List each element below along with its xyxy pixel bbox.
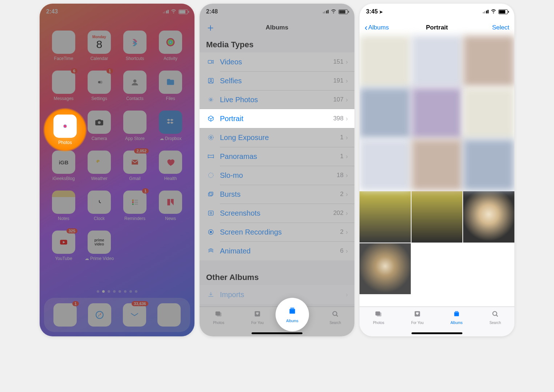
home-indicator[interactable] [252, 332, 302, 334]
dock-music[interactable] [157, 303, 181, 327]
row-bursts[interactable]: Bursts2› [200, 185, 354, 204]
app-contacts[interactable]: Contacts [118, 71, 152, 101]
svg-point-29 [210, 79, 212, 81]
battery-icon [338, 9, 348, 14]
app-dropbox[interactable]: ☁Dropbox [154, 111, 187, 141]
app-gmail[interactable]: 2,052Gmail [118, 151, 152, 181]
photo-thumbnail[interactable] [412, 139, 463, 191]
portrait-icon [206, 115, 216, 122]
select-button[interactable]: Select [492, 24, 509, 31]
app-clock[interactable]: Clock [83, 191, 116, 221]
app-weather[interactable]: Weather [83, 151, 116, 181]
shortcuts-icon [123, 31, 146, 54]
dock: 1 33,636 [44, 298, 190, 332]
status-icons [483, 8, 508, 15]
svg-point-9 [132, 199, 133, 201]
app-igeeksblog[interactable]: iGBiGeeksBlog [47, 151, 80, 181]
row-animated[interactable]: Animated6› [200, 241, 354, 260]
app-camera[interactable]: Camera [83, 111, 116, 141]
foryou-tab-icon [253, 310, 261, 320]
photo-thumbnail[interactable] [463, 191, 514, 243]
svg-point-4 [133, 79, 137, 83]
messages-icon: 6 [52, 71, 75, 94]
app-facetime[interactable]: FaceTime [47, 31, 80, 61]
dock-phone[interactable]: 1 [53, 303, 77, 327]
photo-thumbnail[interactable] [463, 36, 514, 87]
burst-icon [206, 191, 216, 198]
photo-thumbnail[interactable] [463, 88, 514, 139]
photos-tab-icon [214, 310, 222, 320]
photo-thumbnail[interactable] [360, 139, 411, 191]
svg-point-38 [210, 212, 212, 214]
gmail-icon: 2,052 [123, 151, 146, 174]
row-livephotos[interactable]: Live Photos107› [200, 90, 354, 109]
app-messages[interactable]: 6Messages [47, 71, 80, 101]
youtube-icon: 325 [52, 231, 75, 254]
svg-rect-14 [135, 204, 138, 204]
spotlight-highlight: Photos [43, 108, 87, 152]
svg-rect-12 [135, 200, 138, 201]
row-videos[interactable]: Videos151› [200, 52, 354, 71]
photo-thumbnail[interactable] [412, 36, 463, 87]
app-reminders[interactable]: 1Reminders [118, 191, 152, 221]
status-icons [163, 8, 188, 15]
home-indicator[interactable] [412, 332, 462, 334]
add-button[interactable]: ＋ [205, 21, 216, 35]
photos-icon[interactable] [53, 115, 77, 138]
dock-safari[interactable] [88, 303, 111, 327]
row-longexposure[interactable]: Long Exposure1› [200, 128, 354, 147]
hint-albums-tab[interactable]: Albums [276, 298, 309, 331]
tab-search[interactable]: Search [329, 310, 341, 336]
svg-rect-35 [208, 193, 212, 196]
app-primevideo[interactable]: primevideo☁Prime Video [83, 231, 116, 261]
battery-icon [178, 9, 188, 14]
app-appstore[interactable]: App Store [118, 111, 152, 141]
row-selfies[interactable]: Selfies191› [200, 71, 354, 90]
app-calendar[interactable]: Monday8Calendar [83, 31, 116, 61]
photo-thumbnail[interactable] [360, 243, 411, 295]
app-news[interactable]: News [154, 191, 187, 221]
row-portrait[interactable]: Portrait398› [200, 109, 354, 128]
photo-thumbnail[interactable] [360, 191, 411, 243]
tab-search[interactable]: Search [489, 310, 501, 336]
row-slomo[interactable]: Slo-mo18› [200, 166, 354, 185]
status-time: 2:43 [46, 8, 58, 15]
svg-point-7 [98, 161, 103, 165]
back-button[interactable]: ‹Albums [365, 23, 389, 33]
app-health[interactable]: Health [154, 151, 187, 181]
photo-grid[interactable] [360, 36, 514, 294]
svg-point-5 [98, 121, 101, 124]
chevron-left-icon: ‹ [365, 23, 368, 33]
row-screenrec[interactable]: Screen Recordings2› [200, 223, 354, 241]
slomo-icon [206, 172, 216, 179]
app-youtube[interactable]: 325YouTube [47, 231, 80, 261]
chevron-right-icon: › [346, 209, 348, 217]
clock-icon [88, 191, 111, 214]
row-panoramas[interactable]: Panoramas1› [200, 147, 354, 166]
livephoto-icon [206, 96, 216, 103]
tab-photos[interactable]: Photos [213, 310, 224, 336]
photo-thumbnail[interactable] [463, 139, 514, 191]
row-screenshots[interactable]: Screenshots202› [200, 204, 354, 223]
photo-thumbnail[interactable] [360, 88, 411, 139]
calendar-icon: Monday8 [88, 31, 111, 54]
photo-thumbnail[interactable] [360, 36, 411, 87]
camera-icon [88, 111, 111, 134]
svg-point-54 [493, 312, 497, 316]
tab-photos[interactable]: Photos [373, 310, 384, 336]
status-bar: 2:48 [200, 4, 354, 20]
app-activity[interactable]: Activity [154, 31, 187, 61]
chevron-right-icon: › [346, 58, 348, 66]
app-settings[interactable]: 1Settings [83, 71, 116, 101]
app-files[interactable]: Files [154, 71, 187, 101]
photo-thumbnail[interactable] [412, 191, 463, 243]
app-notes[interactable]: Notes [47, 191, 80, 221]
contacts-icon [123, 71, 146, 94]
dock-mail[interactable]: 33,636 [123, 303, 146, 327]
foryou-tab-icon [413, 310, 421, 320]
app-shortcuts[interactable]: Shortcuts [118, 31, 152, 61]
battery-icon [498, 9, 508, 14]
photo-thumbnail[interactable] [412, 88, 463, 139]
row-imports[interactable]: Imports› [200, 285, 354, 304]
svg-point-34 [208, 173, 213, 177]
